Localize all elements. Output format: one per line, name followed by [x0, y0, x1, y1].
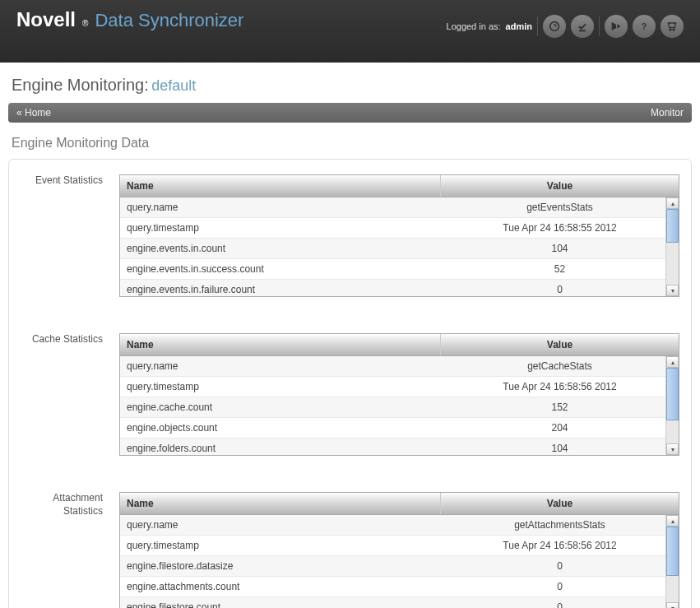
cell-name: engine.attachments.count [120, 577, 441, 596]
table-row[interactable]: engine.events.in.count104 [120, 239, 679, 259]
cell-value: 104 [441, 439, 679, 455]
cell-name: engine.filestore.count [120, 597, 441, 608]
help-icon[interactable]: ? [633, 15, 656, 38]
cell-name: engine.cache.count [120, 397, 441, 417]
cell-name: engine.objects.count [120, 418, 441, 438]
scrollbar: ▴ ▾ [665, 515, 679, 608]
attachment-statistics-panel: Attachment Statistics Name Value query.n… [21, 492, 679, 608]
scroll-track[interactable] [666, 368, 679, 443]
logged-in-label: Logged in as: [447, 21, 501, 31]
cell-value: 0 [441, 280, 679, 296]
cell-value: Tue Apr 24 16:58:56 2012 [441, 377, 679, 397]
svg-point-4 [673, 29, 675, 30]
table-row[interactable]: engine.objects.count204 [120, 418, 679, 439]
scroll-up-button[interactable]: ▴ [666, 356, 679, 368]
scroll-down-button[interactable]: ▾ [666, 443, 679, 455]
brand-main: Novell [16, 8, 76, 31]
table-row[interactable]: engine.events.in.success.count52 [120, 259, 679, 280]
brand-reg: ® [82, 19, 88, 28]
table-row[interactable]: engine.folders.count104 [120, 439, 679, 455]
scroll-up-button[interactable]: ▴ [666, 515, 679, 527]
cache-statistics-panel: Cache Statistics Name Value query.namege… [21, 333, 679, 456]
breadcrumb-bar: « Home Monitor [8, 103, 692, 123]
cell-value: 0 [441, 597, 679, 608]
grid-header: Name Value [120, 334, 679, 356]
table-row[interactable]: query.timestampTue Apr 24 16:58:55 2012 [120, 218, 679, 239]
section-title: Engine Monitoring Data [8, 123, 692, 159]
table-row[interactable]: query.timestampTue Apr 24 16:58:56 2012 [120, 536, 679, 556]
cell-value: 52 [441, 259, 679, 279]
cache-statistics-label: Cache Statistics [21, 333, 103, 456]
event-statistics-grid: Name Value query.namegetEventsStatsquery… [119, 174, 679, 297]
col-header-name[interactable]: Name [120, 493, 441, 514]
cell-value: 152 [441, 397, 679, 417]
page-title-value: default [151, 77, 196, 94]
cell-name: query.name [120, 515, 441, 535]
divider [537, 16, 538, 36]
brand-sub: Data Synchronizer [95, 10, 243, 31]
cell-value: 0 [441, 577, 679, 596]
event-statistics-label: Event Statistics [21, 174, 103, 297]
grid-header: Name Value [120, 175, 679, 197]
cell-name: query.name [120, 197, 441, 217]
divider [599, 16, 600, 36]
brand: Novell® Data Synchronizer [16, 8, 243, 31]
scroll-down-button[interactable]: ▾ [666, 285, 679, 296]
table-row[interactable]: engine.attachments.count0 [120, 577, 679, 597]
scroll-track[interactable] [666, 527, 679, 602]
check-icon[interactable] [571, 15, 594, 38]
col-header-name[interactable]: Name [120, 334, 441, 355]
breadcrumb-home-link[interactable]: « Home [16, 107, 51, 118]
cell-value: 204 [441, 418, 679, 438]
scroll-up-button[interactable]: ▴ [666, 197, 679, 209]
scroll-thumb[interactable] [666, 368, 679, 420]
table-row[interactable]: query.timestampTue Apr 24 16:58:56 2012 [120, 377, 679, 397]
cell-value: getAttachmentsStats [441, 515, 679, 535]
cart-icon[interactable] [661, 15, 684, 38]
cell-name: engine.folders.count [120, 439, 441, 455]
attachment-statistics-label: Attachment Statistics [21, 492, 103, 608]
cell-name: engine.events.in.failure.count [120, 280, 441, 296]
col-header-name[interactable]: Name [120, 175, 441, 197]
table-row[interactable]: engine.filestore.datasize0 [120, 556, 679, 577]
table-row[interactable]: query.namegetCacheStats [120, 356, 679, 377]
cell-value: Tue Apr 24 16:58:56 2012 [441, 536, 679, 555]
cell-name: query.name [120, 356, 441, 376]
col-header-value[interactable]: Value [441, 493, 679, 514]
page-title-row: Engine Monitoring: default [8, 71, 692, 103]
scrollbar: ▴ ▾ [665, 197, 679, 296]
scroll-track[interactable] [666, 209, 679, 285]
cache-statistics-grid: Name Value query.namegetCacheStatsquery.… [119, 333, 679, 456]
logout-icon[interactable] [605, 15, 628, 38]
scroll-down-button[interactable]: ▾ [666, 602, 679, 608]
cell-name: query.timestamp [120, 377, 441, 397]
cell-value: getCacheStats [441, 356, 679, 376]
cell-name: engine.filestore.datasize [120, 556, 441, 576]
svg-point-0 [550, 22, 559, 31]
app-header: Novell® Data Synchronizer Logged in as: … [0, 0, 700, 63]
table-row[interactable]: query.namegetEventsStats [120, 197, 679, 218]
table-row[interactable]: engine.events.in.failure.count0 [120, 280, 679, 296]
cell-value: getEventsStats [441, 197, 679, 217]
col-header-value[interactable]: Value [441, 175, 679, 197]
breadcrumb-right: Monitor [651, 107, 684, 118]
svg-point-3 [670, 29, 671, 30]
event-statistics-panel: Event Statistics Name Value query.namege… [21, 174, 679, 297]
cell-name: engine.events.in.count [120, 239, 441, 258]
refresh-icon[interactable] [543, 15, 566, 38]
grid-header: Name Value [120, 493, 679, 515]
table-row[interactable]: engine.filestore.count0 [120, 597, 679, 608]
header-right: Logged in as: admin ? [447, 8, 684, 38]
page-title: Engine Monitoring: [12, 76, 149, 94]
logged-in-user: admin [506, 21, 532, 31]
table-row[interactable]: engine.cache.count152 [120, 397, 679, 418]
scroll-thumb[interactable] [666, 209, 679, 243]
scroll-thumb[interactable] [666, 527, 679, 576]
cell-name: query.timestamp [120, 218, 441, 238]
cell-name: query.timestamp [120, 536, 441, 555]
cell-value: 104 [441, 239, 679, 258]
table-row[interactable]: query.namegetAttachmentsStats [120, 515, 679, 536]
panels-container: Event Statistics Name Value query.namege… [8, 159, 692, 608]
svg-text:?: ? [642, 21, 647, 31]
col-header-value[interactable]: Value [441, 334, 679, 355]
